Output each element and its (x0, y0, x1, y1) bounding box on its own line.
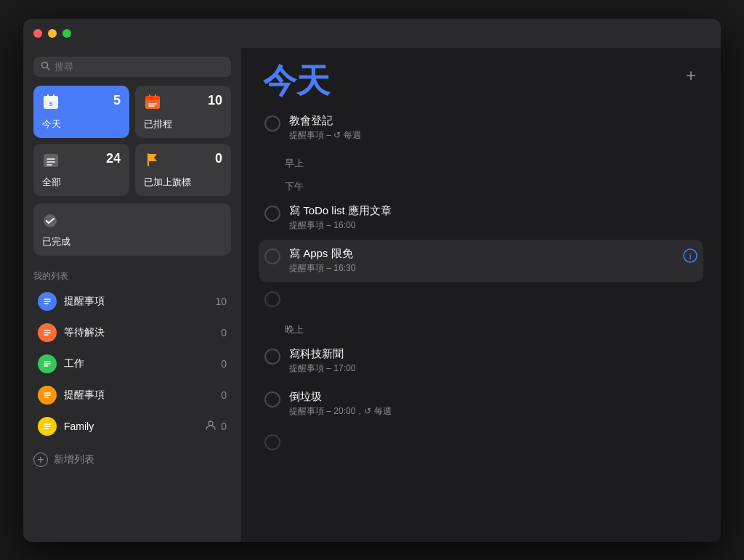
list-name-waiting: 等待解決 (64, 326, 221, 339)
content-area: 5 5 今天 (23, 48, 721, 542)
task-item-3[interactable]: 寫 Apps 限免 提醒事項 – 16:30 i (259, 240, 703, 282)
all-label: 全部 (42, 176, 121, 189)
task-checkbox-2[interactable] (264, 206, 280, 222)
all-tile[interactable]: 24 全部 (33, 144, 129, 196)
list-count-reminders1: 10 (215, 296, 227, 307)
list-count-work: 0 (221, 358, 227, 370)
task-checkbox-1[interactable] (264, 115, 280, 131)
list-dot-waiting (38, 323, 57, 342)
add-list-button[interactable]: + 新增列表 (23, 445, 241, 474)
list-count-family: 0 (221, 421, 227, 432)
svg-rect-4 (47, 94, 49, 97)
maximize-button[interactable] (62, 29, 71, 38)
main-header: 今天 + (241, 48, 721, 107)
flagged-count: 0 (215, 151, 222, 166)
add-list-label: 新增列表 (54, 453, 94, 466)
svg-line-1 (47, 67, 50, 70)
list-count-reminders2: 0 (221, 389, 227, 401)
traffic-lights (33, 29, 71, 38)
list-name-family: Family (64, 421, 205, 432)
bottom-empty-circle (264, 434, 280, 450)
svg-rect-8 (145, 96, 160, 100)
section-evening: 晚上 (259, 316, 703, 339)
task-item-1[interactable]: 教會登記 提醒事項 – ↺ 每週 (259, 107, 703, 149)
all-count: 24 (106, 151, 121, 166)
flagged-icon (144, 151, 222, 173)
list-name-reminders2: 提醒事項 (64, 389, 221, 402)
section-morning: 早上 (259, 150, 703, 173)
task-item-5[interactable]: 倒垃圾 提醒事項 – 20:00，↺ 每週 (259, 383, 703, 425)
task-checkbox-4[interactable] (264, 349, 280, 365)
task-title-2: 寫 ToDo list 應用文章 (289, 204, 698, 218)
task-title-1: 教會登記 (289, 114, 698, 128)
scheduled-label: 已排程 (144, 118, 222, 131)
completed-label: 已完成 (42, 235, 222, 248)
completed-tile[interactable]: 已完成 (33, 203, 231, 256)
flagged-tile[interactable]: 0 已加上旗標 (135, 144, 231, 196)
list-dot-family (38, 417, 57, 436)
search-bar[interactable] (33, 57, 231, 77)
list-dot-reminders1 (38, 292, 57, 311)
task-title-3: 寫 Apps 限免 (289, 247, 677, 261)
list-name-reminders1: 提醒事項 (64, 295, 215, 308)
today-count: 5 (113, 93, 121, 108)
task-title-5: 倒垃圾 (289, 390, 698, 404)
add-task-button[interactable]: + (683, 62, 699, 89)
list-item-reminders1[interactable]: 提醒事項 10 (28, 286, 237, 317)
task-subtitle-1: 提醒事項 – ↺ 每週 (289, 129, 698, 142)
close-button[interactable] (33, 29, 42, 38)
svg-text:5: 5 (49, 101, 53, 107)
task-content-1: 教會登記 提醒事項 – ↺ 每週 (289, 114, 698, 142)
list-item-reminders2[interactable]: 提醒事項 0 (28, 380, 237, 410)
svg-rect-5 (53, 94, 54, 97)
tasks-list: 教會登記 提醒事項 – ↺ 每週 早上 下午 寫 ToDo list 應用文章 … (241, 106, 721, 541)
task-subtitle-3: 提醒事項 – 16:30 (289, 262, 677, 275)
task-subtitle-5: 提醒事項 – 20:00，↺ 每週 (289, 405, 698, 418)
svg-rect-3 (44, 96, 58, 100)
task-content-2: 寫 ToDo list 應用文章 提醒事項 – 16:00 (289, 204, 698, 232)
task-item-4[interactable]: 寫科技新聞 提醒事項 – 17:00 (259, 340, 703, 382)
list-dot-work (38, 354, 57, 373)
info-icon-3[interactable]: i (683, 248, 698, 267)
list-count-waiting: 0 (221, 327, 227, 338)
lists-container: 提醒事項 10 等待解決 0 工作 0 (23, 285, 241, 442)
today-icon: 5 (42, 93, 121, 115)
today-tile[interactable]: 5 5 今天 (33, 86, 129, 138)
task-checkbox-5[interactable] (264, 391, 280, 407)
svg-rect-10 (155, 94, 156, 97)
main-title: 今天 (263, 62, 330, 100)
list-item-family[interactable]: Family 0 (28, 411, 237, 442)
svg-rect-9 (149, 94, 150, 97)
bottom-spacer-row (259, 426, 703, 459)
main-content: 今天 + 教會登記 提醒事項 – ↺ 每週 早上 下午 (241, 48, 721, 542)
search-icon (41, 61, 50, 73)
section-afternoon: 下午 (259, 173, 703, 196)
list-dot-reminders2 (38, 386, 57, 405)
svg-text:i: i (689, 252, 691, 261)
list-item-waiting[interactable]: 等待解決 0 (28, 317, 237, 348)
scheduled-tile[interactable]: 10 已排程 (135, 86, 231, 138)
tiles-grid: 5 5 今天 (23, 86, 241, 203)
empty-circle (264, 291, 280, 307)
svg-point-33 (209, 421, 213, 426)
titlebar (23, 19, 721, 48)
task-title-4: 寫科技新聞 (289, 347, 698, 361)
shared-icon-family (205, 419, 217, 433)
today-label: 今天 (42, 118, 121, 131)
task-subtitle-2: 提醒事項 – 16:00 (289, 219, 698, 232)
list-name-work: 工作 (64, 357, 221, 370)
scheduled-count: 10 (208, 93, 222, 108)
search-input[interactable] (54, 61, 224, 72)
add-list-icon: + (33, 453, 48, 467)
my-lists-section-label: 我的列表 (23, 263, 241, 285)
task-content-5: 倒垃圾 提醒事項 – 20:00，↺ 每週 (289, 390, 698, 418)
task-content-3: 寫 Apps 限免 提醒事項 – 16:30 (289, 247, 677, 275)
flagged-label: 已加上旗標 (144, 176, 222, 189)
task-checkbox-3[interactable] (264, 248, 280, 264)
completed-icon (42, 213, 222, 232)
task-item-2[interactable]: 寫 ToDo list 應用文章 提醒事項 – 16:00 (259, 197, 703, 239)
list-item-work[interactable]: 工作 0 (28, 349, 237, 379)
task-content-4: 寫科技新聞 提醒事項 – 17:00 (289, 347, 698, 375)
minimize-button[interactable] (48, 29, 57, 38)
spacer-row (259, 283, 703, 316)
